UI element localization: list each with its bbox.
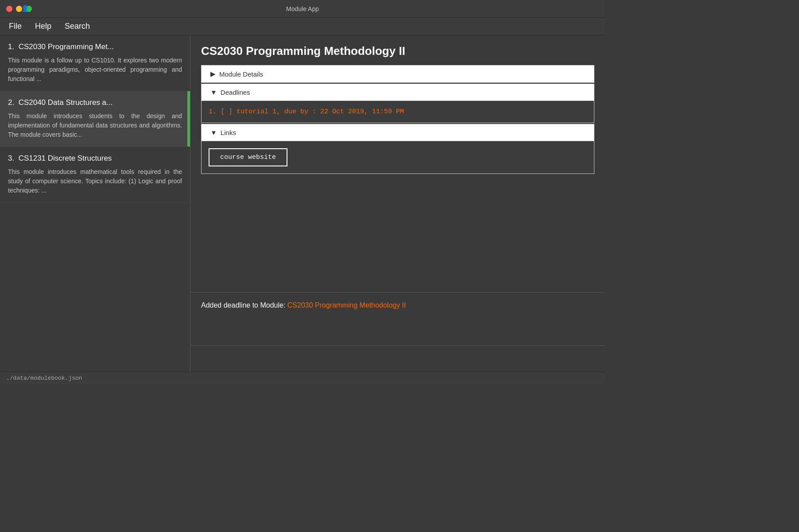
deadlines-content: 1. [ ] tutorial 1, due by : 22 Oct 2019,… <box>201 101 594 123</box>
deadlines-header[interactable]: ▼ Deadlines <box>201 84 594 101</box>
links-label: Links <box>221 129 236 136</box>
module-1-title: 1. CS2030 Programming Met... <box>8 42 182 51</box>
module-3-desc: This module introduces mathematical tool… <box>8 167 182 195</box>
active-indicator <box>187 91 190 146</box>
module-1-desc: This module is a follow up to CS1010. It… <box>8 56 182 84</box>
app-icon: 👤 <box>21 5 29 12</box>
module-detail: CS2030 Programming Methodology II ▶ Modu… <box>190 35 605 292</box>
links-content: course website <box>201 141 594 174</box>
feedback-area: Added deadline to Module: CS2030 Program… <box>190 292 605 345</box>
bottom-area <box>190 345 605 372</box>
app-title: Module App <box>286 5 319 12</box>
module-detail-title: CS2030 Programming Methodology II <box>201 44 594 58</box>
module-2-title: 2. CS2040 Data Structures a... <box>8 98 182 107</box>
module-details-label: Module Details <box>219 70 263 78</box>
main-container: 1. CS2030 Programming Met... This module… <box>0 35 605 372</box>
title-bar: 👤 Module App <box>0 0 605 18</box>
module-3-title: 3. CS1231 Discrete Structures <box>8 154 182 163</box>
deadlines-triangle: ▼ <box>210 89 217 96</box>
module-item-2[interactable]: 2. CS2040 Data Structures a... This modu… <box>0 91 190 147</box>
close-button[interactable] <box>6 6 12 12</box>
links-triangle: ▼ <box>210 129 217 136</box>
feedback-highlight: CS2030 Programming Methodology II <box>287 301 406 309</box>
module-2-desc: This module introduces students to the d… <box>8 112 182 139</box>
course-website-button[interactable]: course website <box>209 148 287 166</box>
deadlines-label: Deadlines <box>221 89 250 96</box>
module-item-1[interactable]: 1. CS2030 Programming Met... This module… <box>0 35 190 91</box>
menu-help[interactable]: Help <box>35 22 51 31</box>
module-details-triangle: ▶ <box>210 70 216 78</box>
module-details-header[interactable]: ▶ Module Details <box>201 65 594 83</box>
menu-bar: File Help Search <box>0 18 605 35</box>
module-item-3[interactable]: 3. CS1231 Discrete Structures This modul… <box>0 147 190 203</box>
content-area: CS2030 Programming Methodology II ▶ Modu… <box>190 35 605 372</box>
menu-search[interactable]: Search <box>65 22 90 31</box>
links-header[interactable]: ▼ Links <box>201 124 594 141</box>
sidebar: 1. CS2030 Programming Met... This module… <box>0 35 190 372</box>
deadline-item-1: 1. [ ] tutorial 1, due by : 22 Oct 2019,… <box>209 108 587 116</box>
menu-file[interactable]: File <box>9 22 22 31</box>
status-bar: ./data/modulebook.json <box>0 372 605 384</box>
status-path: ./data/modulebook.json <box>6 375 82 382</box>
feedback-prefix: Added deadline to Module: <box>201 301 287 309</box>
